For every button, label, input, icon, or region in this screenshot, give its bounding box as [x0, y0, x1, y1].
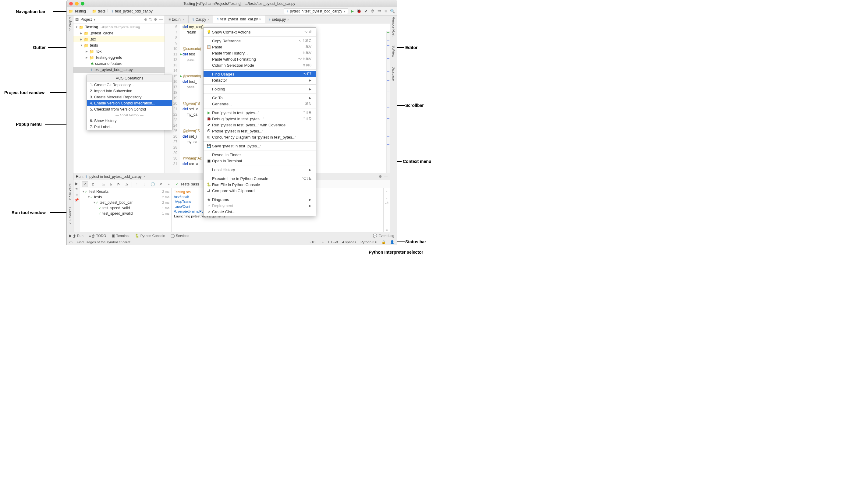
context-menu-item[interactable]: ◈Diagrams▶	[204, 196, 316, 202]
services-tool-button[interactable]: ◯Services	[171, 234, 189, 238]
tree-root[interactable]: ▼📁 Testing ~/PycharmProjects/Testing	[74, 24, 165, 30]
context-menu-item[interactable]: Generate...⌘N	[204, 101, 316, 107]
stop-button[interactable]: ■	[383, 9, 388, 14]
tree-item[interactable]: ▶📁.pytest_cache	[74, 30, 165, 36]
database-tool-button[interactable]: Database	[392, 66, 395, 81]
cursor-position[interactable]: 6:10	[309, 240, 315, 244]
expand-button[interactable]: ⇱	[116, 181, 122, 187]
todo-tool-button[interactable]: ≡6: TODO	[89, 234, 106, 238]
coverage-button[interactable]: ⬈	[363, 9, 368, 14]
next-button[interactable]: ↓	[142, 181, 148, 187]
context-menu-item[interactable]: ⏱Profile 'pytest in test_pytes...'	[204, 128, 316, 134]
export-button[interactable]: ↗	[158, 181, 164, 187]
context-menu-item[interactable]: Local History▶	[204, 167, 316, 173]
run-config-selector[interactable]: ⚕ pytest in test_pytest_bdd_car.py ▾	[284, 8, 348, 14]
settings-icon[interactable]: ⚙	[154, 17, 157, 22]
context-menu-item[interactable]: Go To▶	[204, 95, 316, 101]
favorites-tool-button[interactable]: 2: Favorites	[68, 207, 72, 224]
context-menu-item[interactable]: ○Create Gist...	[204, 209, 316, 215]
close-icon[interactable]: ×	[287, 18, 289, 21]
chevron-down-icon[interactable]: ▾	[93, 17, 95, 22]
context-menu-item[interactable]: Copy Reference⌥⇧⌘C	[204, 38, 316, 44]
editor-context-menu[interactable]: 💡Show Context Actions⌥⏎Copy Reference⌥⇧⌘…	[203, 27, 316, 216]
rerun-button[interactable]: ▶	[75, 182, 78, 186]
python-interpreter-selector[interactable]: Python 3.6	[361, 240, 377, 244]
event-log-button[interactable]: 💬Event Log	[373, 234, 394, 238]
more-button[interactable]: »	[166, 181, 172, 187]
terminal-tool-button[interactable]: ▣Terminal	[112, 234, 129, 238]
context-menu-item[interactable]: Reveal in Finder	[204, 152, 316, 158]
context-menu-item[interactable]: Column Selection Mode⇧⌘8	[204, 62, 316, 68]
vcs-popup-item[interactable]: 5. Checkout from Version Control	[87, 106, 172, 112]
hide-icon[interactable]: —	[384, 174, 388, 179]
close-icon[interactable]: ×	[144, 174, 146, 179]
tree-item[interactable]: ✱scenario.feature	[74, 61, 165, 67]
stop-button[interactable]: ■	[76, 193, 78, 197]
traffic-lights[interactable]	[69, 2, 84, 5]
vcs-popup-item[interactable]: 1. Create Git Repository...	[87, 82, 172, 88]
context-menu-item[interactable]: 💾Save 'pytest in test_pytes...'	[204, 143, 316, 149]
hide-icon[interactable]: —	[159, 17, 163, 22]
pin-button[interactable]: 📌	[74, 198, 79, 202]
settings-icon[interactable]: ⚙	[379, 174, 382, 179]
vcs-popup-item[interactable]: 2. Import into Subversion...	[87, 88, 172, 94]
indent-settings[interactable]: 4 spaces	[342, 240, 356, 244]
context-menu-item[interactable]: ⬈Run 'pytest in test_pytes...' with Cove…	[204, 122, 316, 128]
remote-host-tool-button[interactable]: Remote Host	[392, 17, 395, 36]
test-tree-row[interactable]: ▼ ✓Test Results2 ms	[80, 189, 171, 194]
tab-car-py[interactable]: ⚕Car.py×	[188, 15, 213, 23]
test-tree-row[interactable]: ▼ ✓tests2 ms	[80, 194, 171, 200]
context-menu-item[interactable]: ▣Open in Terminal	[204, 158, 316, 164]
context-menu-item[interactable]: 🐍Run File in Python Console	[204, 182, 316, 188]
project-header-label[interactable]: Project	[80, 17, 92, 22]
close-window-icon[interactable]	[69, 2, 73, 5]
context-menu-item[interactable]: Folding▶	[204, 86, 316, 92]
vcs-popup-item[interactable]: 7. Put Label...	[87, 124, 172, 130]
context-menu-item[interactable]: 💡Show Context Actions⌥⏎	[204, 29, 316, 35]
minimize-window-icon[interactable]	[75, 2, 79, 5]
show-passed-button[interactable]: ✓	[82, 181, 88, 187]
profile-button[interactable]: ⏱	[370, 9, 375, 14]
run-button[interactable]: ▶	[350, 9, 355, 14]
collapse-button[interactable]: ⇲	[124, 181, 130, 187]
tree-item[interactable]: ▶📁.tox	[74, 36, 165, 42]
vcs-popup-item[interactable]: 3. Create Mercurial Repository	[87, 94, 172, 100]
up-icon[interactable]: ↑	[386, 189, 388, 194]
close-icon[interactable]: ×	[183, 18, 184, 21]
soft-wrap-icon[interactable]: ⏎	[385, 201, 389, 205]
breadcrumb[interactable]: 📁 Testing 〉 📁 tests 〉 ⚕ test_pytest_bdd_…	[68, 9, 153, 14]
line-separator[interactable]: LF	[319, 240, 324, 244]
test-tree-row[interactable]: ▼ ✓test_pytest_bdd_car2 ms	[80, 200, 171, 205]
more-icon[interactable]: »	[386, 227, 388, 232]
zoom-window-icon[interactable]	[81, 2, 84, 5]
down-icon[interactable]: ↓	[386, 195, 388, 200]
tree-item-selected[interactable]: ⚕test_pytest_bdd_car.py	[74, 67, 165, 73]
python-console-tool-button[interactable]: 🐍Python Console	[135, 234, 165, 238]
tree-item[interactable]: ▼📁tests	[74, 42, 165, 49]
sort-button[interactable]: ↓ₐ	[100, 181, 106, 187]
inspection-icon[interactable]: 👤	[390, 240, 394, 244]
context-menu-item[interactable]: 📋Paste⌘V	[204, 44, 316, 50]
context-menu-item[interactable]: ⇄Compare with Clipboard	[204, 188, 316, 194]
context-menu-item[interactable]: Refactor▶	[204, 77, 316, 83]
locate-icon[interactable]: ⊕	[144, 17, 147, 22]
context-menu-item[interactable]: Execute Line in Python Console⌥⇧E	[204, 175, 316, 182]
sciview-tool-button[interactable]: SciView	[392, 45, 395, 57]
tab-tox-ini[interactable]: ≡tox.ini×	[165, 15, 188, 23]
context-menu-item[interactable]: 🐞Debug 'pytest in test_pytes...'⌃⇧D	[204, 116, 316, 122]
search-everywhere-button[interactable]: 🔍	[390, 9, 395, 14]
vcs-operations-popup[interactable]: VCS Operations 1. Create Git Repository.…	[87, 75, 172, 130]
tab-setup-py[interactable]: ⚕setup.py×	[265, 15, 293, 23]
tab-test-pytest[interactable]: ⚕test_pytest_bdd_car.py×	[213, 15, 265, 23]
project-tool-button[interactable]: 1: Project	[68, 17, 72, 31]
context-menu-item[interactable]: Paste without Formatting⌥⇧⌘V	[204, 56, 316, 62]
close-icon[interactable]: ×	[208, 18, 209, 21]
project-tree[interactable]: ▼📁 Testing ~/PycharmProjects/Testing ▶📁.…	[74, 24, 165, 74]
test-tree-row[interactable]: ✓test_speed_valid1 ms	[80, 205, 171, 211]
expand-all-icon[interactable]: ⇅	[149, 17, 152, 22]
vcs-popup-item[interactable]: 4. Enable Version Control Integration...	[87, 100, 172, 106]
lock-icon[interactable]: 🔒	[381, 240, 386, 244]
sort-button[interactable]: ↓ₜ	[108, 181, 114, 187]
tree-item[interactable]: ▶📁Testing.egg-info	[74, 54, 165, 61]
run-tool-button[interactable]: ▶4: Run	[69, 234, 83, 238]
